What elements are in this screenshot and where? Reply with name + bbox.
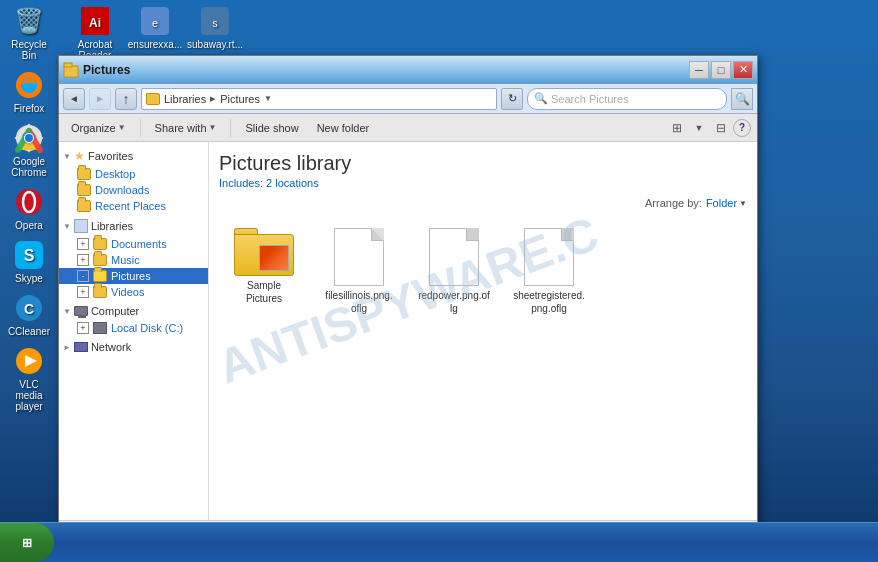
recent-folder-icon: [77, 200, 91, 212]
svg-text:s: s: [212, 17, 218, 29]
files-grid: Sample Pictures filesillinois.png.oflg: [219, 219, 747, 324]
taskbar: ⊞: [0, 522, 878, 562]
new-folder-button[interactable]: New folder: [311, 117, 376, 139]
window-title: Pictures: [83, 63, 689, 77]
library-subtitle: Includes: 2 locations: [219, 177, 747, 189]
up-button[interactable]: ↑: [115, 88, 137, 110]
address-path[interactable]: Libraries ▸ Pictures ▼: [141, 88, 497, 110]
expand-music[interactable]: +: [77, 254, 89, 266]
sidebar-item-pictures[interactable]: - Pictures: [59, 268, 208, 284]
address-bar: ◄ ► ↑ Libraries ▸ Pictures ▼ ↻ 🔍 Search …: [59, 84, 757, 114]
minimize-button[interactable]: ─: [689, 61, 709, 79]
file-area: ANTISPYWARE.C Pictures library Includes:…: [209, 142, 757, 520]
redpower-icon: [429, 228, 479, 286]
desktop-icon-ccleaner[interactable]: C CCleaner: [5, 292, 53, 337]
search-box[interactable]: 🔍 Search Pictures: [527, 88, 727, 110]
desktop-icon-recycle[interactable]: 🗑️ Recycle Bin: [5, 5, 53, 61]
sheetregistered-label: sheetregistered.png.oflg: [513, 289, 585, 315]
share-with-button[interactable]: Share with ▼: [149, 117, 223, 139]
sidebar-item-music[interactable]: + Music: [59, 252, 208, 268]
desktop-icon-firefox[interactable]: Firefox: [5, 69, 53, 114]
svg-point-5: [25, 134, 33, 142]
expand-docs[interactable]: +: [77, 238, 89, 250]
folder-icon-small: [146, 93, 160, 105]
organize-button[interactable]: Organize ▼: [65, 117, 132, 139]
desktop-icons: 🗑️ Recycle Bin Firefox: [0, 0, 58, 425]
title-bar: Pictures ─ □ ✕: [59, 56, 757, 84]
expand-videos[interactable]: +: [77, 286, 89, 298]
expand-disk[interactable]: +: [77, 322, 89, 334]
sidebar-item-desktop[interactable]: Desktop: [59, 166, 208, 182]
sidebar-libraries-header[interactable]: ▼ Libraries: [59, 216, 208, 236]
svg-rect-21: [64, 63, 72, 67]
sidebar-favorites-header[interactable]: ▼ ★ Favorites: [59, 146, 208, 166]
view-details-button[interactable]: ▼: [689, 118, 709, 138]
forward-button[interactable]: ►: [89, 88, 111, 110]
desktop-icon-chrome[interactable]: Google Chrome: [5, 122, 53, 178]
main-content: ▼ ★ Favorites Desktop Downloads Rec: [59, 142, 757, 520]
music-folder-icon: [93, 254, 107, 266]
window-icon: [63, 62, 79, 78]
refresh-button[interactable]: ↻: [501, 88, 523, 110]
sidebar-item-localdisk[interactable]: + Local Disk (C:): [59, 320, 208, 336]
arrange-chevron-icon: ▼: [739, 199, 747, 208]
svg-text:e: e: [152, 17, 158, 29]
toolbar: Organize ▼ Share with ▼ Slide show New f…: [59, 114, 757, 142]
sidebar-section-libraries: ▼ Libraries + Documents + Music: [59, 216, 208, 300]
toolbar-sep-2: [230, 119, 231, 137]
sidebar-item-downloads[interactable]: Downloads: [59, 182, 208, 198]
explorer-window: Pictures ─ □ ✕ ◄ ► ↑ Libraries ▸ Picture…: [58, 55, 758, 545]
svg-text:C: C: [24, 301, 34, 317]
sidebar-item-videos[interactable]: + Videos: [59, 284, 208, 300]
pictures-folder-icon: [93, 270, 107, 282]
maximize-button[interactable]: □: [711, 61, 731, 79]
search-placeholder: Search Pictures: [551, 93, 629, 105]
comp-collapse-icon: ▼: [63, 307, 71, 316]
computer-icon: [74, 306, 88, 316]
sidebar-computer-header[interactable]: ▼ Computer: [59, 302, 208, 320]
sidebar-item-recent[interactable]: Recent Places: [59, 198, 208, 214]
sidebar-section-network: ► Network: [59, 338, 208, 356]
view-list-button[interactable]: ⊞: [667, 118, 687, 138]
sheetregistered-icon: [524, 228, 574, 286]
back-button[interactable]: ◄: [63, 88, 85, 110]
sidebar: ▼ ★ Favorites Desktop Downloads Rec: [59, 142, 209, 520]
collapse-icon: ▼: [63, 152, 71, 161]
sample-pictures-label: Sample Pictures: [228, 279, 300, 305]
sidebar-item-documents[interactable]: + Documents: [59, 236, 208, 252]
library-header: Pictures library Includes: 2 locations: [219, 152, 747, 189]
close-button[interactable]: ✕: [733, 61, 753, 79]
desktop-icon-skype[interactable]: S Skype: [5, 239, 53, 284]
help-button[interactable]: ?: [733, 119, 751, 137]
file-item-redpower[interactable]: redpower.png.oflg: [414, 224, 494, 319]
arrange-dropdown[interactable]: Folder ▼: [706, 197, 747, 209]
slideshow-button[interactable]: Slide show: [239, 117, 304, 139]
downloads-folder-icon: [77, 184, 91, 196]
arrange-bar: Arrange by: Folder ▼: [219, 197, 747, 209]
file-item-sample-pictures[interactable]: Sample Pictures: [224, 224, 304, 319]
library-title: Pictures library: [219, 152, 747, 175]
view-icons: ⊞ ▼ ⊟ ?: [667, 118, 751, 138]
sidebar-section-favorites: ▼ ★ Favorites Desktop Downloads Rec: [59, 146, 208, 214]
search-icon: 🔍: [534, 92, 548, 105]
documents-folder-icon: [93, 238, 107, 250]
toolbar-sep-1: [140, 119, 141, 137]
redpower-label: redpower.png.oflg: [418, 289, 490, 315]
taskbar-app-1[interactable]: e ensurexxa...: [130, 5, 180, 50]
start-button[interactable]: ⊞: [0, 523, 54, 562]
sidebar-section-computer: ▼ Computer + Local Disk (C:): [59, 302, 208, 336]
desktop-folder-icon: [77, 168, 91, 180]
libraries-icon: [74, 219, 88, 233]
desktop-icon-vlc[interactable]: VLC media player: [5, 345, 53, 412]
svg-text:S: S: [24, 247, 35, 264]
libs-collapse-icon: ▼: [63, 222, 71, 231]
desktop-icon-opera[interactable]: Opera: [5, 186, 53, 231]
sidebar-network-header[interactable]: ► Network: [59, 338, 208, 356]
file-item-sheetregistered[interactable]: sheetregistered.png.oflg: [509, 224, 589, 319]
file-item-filesillinois[interactable]: filesillinois.png.oflg: [319, 224, 399, 319]
filesillinois-icon: [334, 228, 384, 286]
expand-pics[interactable]: -: [77, 270, 89, 282]
search-button[interactable]: 🔍: [731, 88, 753, 110]
taskbar-app-2[interactable]: s subaway.rt...: [190, 5, 240, 50]
view-pane-button[interactable]: ⊟: [711, 118, 731, 138]
